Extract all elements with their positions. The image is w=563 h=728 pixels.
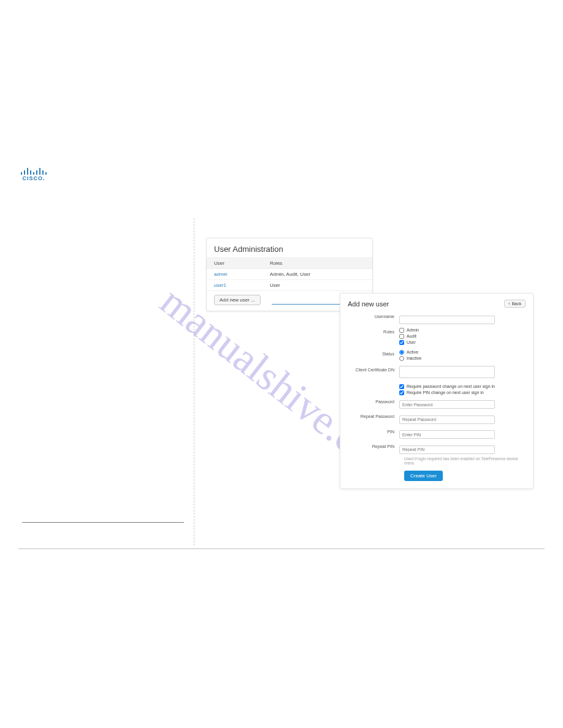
pin-hint: Used if login required has been enabled … — [404, 457, 526, 465]
col-roles: Roles — [262, 258, 372, 269]
require-password-change-checkbox[interactable]: Require password change on next user sig… — [399, 384, 526, 389]
repeat-pin-field[interactable] — [399, 446, 495, 454]
label-password: Password — [348, 398, 399, 404]
label-repeat-password: Repeat Password — [348, 412, 399, 419]
col-user: User — [207, 258, 262, 269]
user-link[interactable]: user1 — [207, 280, 262, 291]
role-user-label: User — [407, 340, 416, 344]
add-user-panel: Add new user ‹ Back Username Roles Admin… — [340, 293, 534, 489]
role-user-checkbox[interactable]: User — [399, 340, 526, 345]
cisco-logo: CISCO. — [19, 166, 48, 181]
status-inactive-radio[interactable]: Inactive — [399, 356, 526, 361]
user-link[interactable]: admin — [207, 269, 262, 280]
label-repeat-pin: Repeat PIN — [348, 442, 399, 449]
user-admin-title: User Administration — [207, 238, 372, 257]
pin-field[interactable] — [399, 430, 495, 439]
status-active-radio[interactable]: Active — [399, 350, 526, 355]
role-admin-label: Admin — [407, 328, 419, 332]
label-status: Status — [348, 350, 399, 356]
logo-bars — [19, 166, 48, 175]
left-rule — [22, 522, 184, 523]
table-row[interactable]: admin Admin, Audit, User — [207, 269, 372, 280]
add-user-title: Add new user — [348, 300, 389, 308]
label-pin: PIN — [348, 428, 399, 434]
user-roles: User — [262, 280, 372, 291]
logo-word: CISCO. — [19, 175, 48, 181]
password-field[interactable] — [399, 400, 495, 409]
chevron-left-icon: ‹ — [508, 301, 510, 306]
user-admin-table: User Roles admin Admin, Audit, User user… — [207, 257, 372, 291]
client-cert-field[interactable] — [399, 366, 495, 378]
create-user-button[interactable]: Create User — [404, 471, 443, 481]
repeat-password-field[interactable] — [399, 415, 495, 424]
page-rule — [18, 548, 545, 549]
label-client-cert: Client Certificate DN — [348, 366, 399, 372]
username-field[interactable] — [399, 316, 495, 324]
role-admin-checkbox[interactable]: Admin — [399, 328, 526, 333]
require-pw-label: Require password change on next user sig… — [407, 384, 495, 389]
add-new-user-button[interactable]: Add new user ... — [214, 295, 261, 305]
require-pin-change-checkbox[interactable]: Require PIN change on next user sign in — [399, 390, 526, 395]
require-pin-label: Require PIN change on next user sign in — [407, 390, 484, 395]
label-roles: Roles — [348, 328, 399, 334]
table-row[interactable]: user1 User — [207, 280, 372, 291]
back-button[interactable]: ‹ Back — [504, 300, 526, 308]
role-audit-checkbox[interactable]: Audit — [399, 334, 526, 339]
user-roles: Admin, Audit, User — [262, 269, 372, 280]
label-username: Username — [348, 313, 399, 319]
back-label: Back — [511, 301, 521, 306]
vertical-separator — [194, 218, 194, 545]
status-active-label: Active — [407, 350, 418, 354]
status-inactive-label: Inactive — [407, 356, 421, 360]
role-audit-label: Audit — [407, 334, 416, 338]
